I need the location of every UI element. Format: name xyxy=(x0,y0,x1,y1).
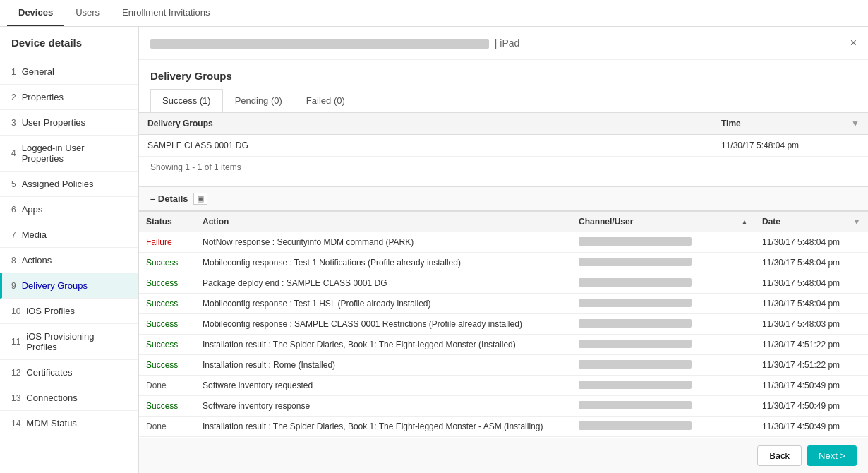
row-date: 11/30/17 5:48:03 pm xyxy=(755,314,868,335)
top-tabs: Devices Users Enrollment Invitations xyxy=(0,0,868,27)
sidebar-item-media[interactable]: 7 Media xyxy=(0,222,138,248)
th-delivery-groups: Delivery Groups xyxy=(139,113,713,135)
tab-devices[interactable]: Devices xyxy=(7,0,64,26)
details-row: Done Software inventory requested 11/30/… xyxy=(139,376,868,396)
row-status: Success xyxy=(139,294,195,314)
row-date: 11/30/17 4:50:49 pm xyxy=(755,376,868,396)
details-row: Success Installation result : The Spider… xyxy=(139,335,868,355)
row-channel xyxy=(572,335,755,355)
sort-icon-date[interactable]: ▼ xyxy=(852,217,861,227)
showing-text: Showing 1 - 1 of 1 items xyxy=(139,157,868,178)
main-layout: Device details 1 General 2 Properties 3 … xyxy=(0,27,868,473)
sidebar-item-actions[interactable]: 8 Actions xyxy=(0,248,138,273)
details-table: Status Action Channel/User ▲ Date ▼ xyxy=(139,211,868,437)
row-channel xyxy=(572,294,755,314)
row-action: Mobileconfig response : Test 1 HSL (Prof… xyxy=(195,294,572,314)
sidebar-item-properties[interactable]: 2 Properties xyxy=(0,85,138,110)
row-action: Installation result : The Spider Diaries… xyxy=(195,335,572,355)
close-button[interactable]: × xyxy=(850,37,857,49)
next-button[interactable]: Next > xyxy=(807,445,857,466)
sidebar-item-user-properties[interactable]: 3 User Properties xyxy=(0,110,138,136)
row-action: Installation result : Rome (Installed) xyxy=(195,355,572,376)
content-area: | iPad × Delivery Groups Success (1) Pen… xyxy=(139,27,868,473)
row-status: Success xyxy=(139,253,195,273)
delivery-groups-table: Delivery Groups Time ▼ SAMPLE CLASS 0001… xyxy=(139,112,868,157)
device-title: | iPad xyxy=(150,37,519,49)
content-header: | iPad × xyxy=(139,27,868,60)
row-status: Success xyxy=(139,355,195,376)
row-channel xyxy=(572,253,755,273)
subtab-failed[interactable]: Failed (0) xyxy=(294,89,357,112)
sidebar-item-apps[interactable]: 6 Apps xyxy=(0,197,138,222)
details-row: Success Software inventory response 11/3… xyxy=(139,396,868,417)
row-action: Package deploy end : SAMPLE CLASS 0001 D… xyxy=(195,273,572,294)
row-action: Mobileconfig response : Test 1 Notificat… xyxy=(195,253,572,273)
th-status: Status xyxy=(139,212,195,232)
row-status: Success xyxy=(139,396,195,417)
sidebar-item-connections[interactable]: 13 Connections xyxy=(0,385,138,411)
row-channel xyxy=(572,355,755,376)
row-action: Software inventory requested xyxy=(195,376,572,396)
details-row: Success Mobileconfig response : Test 1 H… xyxy=(139,294,868,314)
row-channel xyxy=(572,417,755,437)
details-row: Failure NotNow response : Securityinfo M… xyxy=(139,232,868,253)
row-status: Success xyxy=(139,273,195,294)
row-date: 11/30/17 4:50:49 pm xyxy=(755,417,868,437)
row-status: Failure xyxy=(139,232,195,253)
th-date: Date ▼ xyxy=(755,212,868,232)
row-date: 11/30/17 5:48:04 pm xyxy=(755,294,868,314)
row-channel xyxy=(572,396,755,417)
subtab-success[interactable]: Success (1) xyxy=(150,89,223,112)
row-status: Done xyxy=(139,376,195,396)
details-row: Success Installation result : Rome (Inst… xyxy=(139,355,868,376)
row-date: 11/30/17 5:48:04 pm xyxy=(755,232,868,253)
delivery-group-time: 11/30/17 5:48:04 pm xyxy=(713,135,868,157)
row-action: Mobileconfig response : SAMPLE CLASS 000… xyxy=(195,314,572,335)
sidebar-item-mdm-status[interactable]: 14 MDM Status xyxy=(0,411,138,436)
row-action: Installation result : The Spider Diaries… xyxy=(195,417,572,437)
details-title: – Details xyxy=(150,193,188,204)
row-action: NotNow response : Securityinfo MDM comma… xyxy=(195,232,572,253)
details-row: Success Package deploy end : SAMPLE CLAS… xyxy=(139,273,868,294)
row-action: Software inventory response xyxy=(195,396,572,417)
sidebar-item-loggedin-user[interactable]: 4 Logged-in User Properties xyxy=(0,136,138,172)
sort-icon-channel[interactable]: ▲ xyxy=(741,218,748,226)
th-channel-user: Channel/User ▲ xyxy=(572,212,755,232)
th-time: Time ▼ xyxy=(713,113,868,135)
row-date: 11/30/17 4:51:22 pm xyxy=(755,355,868,376)
details-toggle-icon[interactable]: ▣ xyxy=(193,193,207,205)
tab-enrollment[interactable]: Enrollment Invitations xyxy=(111,0,221,26)
subtabs: Success (1) Pending (0) Failed (0) xyxy=(139,89,868,112)
row-date: 11/30/17 5:48:04 pm xyxy=(755,253,868,273)
delivery-groups-title: Delivery Groups xyxy=(139,60,868,89)
sidebar-item-assigned-policies[interactable]: 5 Assigned Policies xyxy=(0,172,138,197)
row-status: Success xyxy=(139,314,195,335)
tab-users[interactable]: Users xyxy=(64,0,111,26)
row-date: 11/30/17 4:51:22 pm xyxy=(755,335,868,355)
sidebar-item-ios-provisioning[interactable]: 11 iOS Provisioning Profiles xyxy=(0,324,138,360)
sidebar-item-delivery-groups[interactable]: 9 Delivery Groups xyxy=(0,273,138,299)
row-channel xyxy=(572,314,755,335)
bottom-bar: Back Next > xyxy=(139,438,868,473)
details-row: Success Mobileconfig response : Test 1 N… xyxy=(139,253,868,273)
back-button[interactable]: Back xyxy=(757,445,802,466)
subtab-pending[interactable]: Pending (0) xyxy=(223,89,294,112)
delivery-group-row: SAMPLE CLASS 0001 DG 11/30/17 5:48:04 pm xyxy=(139,135,868,157)
details-row: Done Installation result : The Spider Di… xyxy=(139,417,868,437)
details-row: Success Mobileconfig response : SAMPLE C… xyxy=(139,314,868,335)
th-action: Action xyxy=(195,212,572,232)
sidebar-header: Device details xyxy=(0,27,138,59)
sidebar-item-ios-profiles[interactable]: 10 iOS Profiles xyxy=(0,299,138,324)
details-section: – Details ▣ Status Action Channel/User ▲ xyxy=(139,186,868,437)
row-status: Success xyxy=(139,335,195,355)
row-channel xyxy=(572,273,755,294)
sidebar-item-certificates[interactable]: 12 Certificates xyxy=(0,360,138,385)
row-date: 11/30/17 4:50:49 pm xyxy=(755,396,868,417)
sidebar: Device details 1 General 2 Properties 3 … xyxy=(0,27,139,473)
details-header: – Details ▣ xyxy=(139,186,868,211)
sidebar-item-general[interactable]: 1 General xyxy=(0,59,138,85)
row-channel xyxy=(572,232,755,253)
sort-icon-time[interactable]: ▼ xyxy=(851,119,860,128)
row-date: 11/30/17 5:48:04 pm xyxy=(755,273,868,294)
row-channel xyxy=(572,376,755,396)
